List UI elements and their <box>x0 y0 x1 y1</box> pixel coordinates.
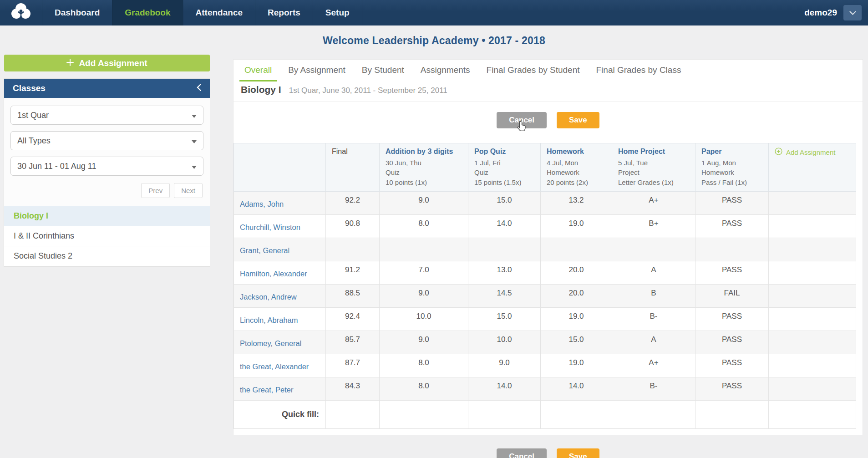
add-assignment-button[interactable]: Add Assignment <box>4 55 210 71</box>
quick-fill-cell[interactable] <box>326 400 380 428</box>
nav-item-setup[interactable]: Setup <box>313 0 362 25</box>
assignment-title-link[interactable]: Paper <box>701 148 762 156</box>
student-name-cell: Hamilton, Alexander <box>234 261 326 284</box>
add-assignment-link[interactable]: Add Assignment <box>775 148 850 157</box>
assignment-date: 1 Aug, Mon <box>701 158 762 168</box>
tab-by-assignment[interactable]: By Assignment <box>283 60 350 81</box>
student-name-link[interactable]: Adams, John <box>240 200 284 208</box>
grade-cell[interactable]: 8.0 <box>380 377 468 400</box>
grade-cell[interactable]: A+ <box>612 191 695 214</box>
student-name-link[interactable]: Churchill, Winston <box>240 223 300 231</box>
class-item-i-ii-corinthians[interactable]: I & II Corinthians <box>4 226 210 246</box>
tab-assignments[interactable]: Assignments <box>416 60 475 81</box>
grade-cell[interactable] <box>612 238 695 261</box>
quick-fill-cell[interactable] <box>612 400 695 428</box>
grade-cell[interactable]: 19.0 <box>541 354 612 377</box>
quick-fill-cell[interactable] <box>695 400 769 428</box>
type-select[interactable]: All Types <box>10 131 203 150</box>
class-item-biology-i[interactable]: Biology I <box>4 206 210 226</box>
chevron-left-icon <box>197 83 201 93</box>
assignment-title-link[interactable]: Addition by 3 digits <box>386 148 462 156</box>
quick-fill-cell[interactable] <box>380 400 468 428</box>
assignment-title-link[interactable]: Pop Quiz <box>474 148 534 156</box>
nav-item-dashboard[interactable]: Dashboard <box>42 0 112 25</box>
grade-cell[interactable] <box>695 238 769 261</box>
grade-cell[interactable]: A <box>612 331 695 354</box>
save-button[interactable]: Save <box>557 112 599 128</box>
grade-cell[interactable]: B <box>612 284 695 307</box>
grade-cell[interactable]: 19.0 <box>541 214 612 238</box>
tab-final-grades-by-student[interactable]: Final Grades by Student <box>482 60 585 81</box>
grade-cell[interactable]: 15.0 <box>468 307 541 331</box>
collapse-sidebar-button[interactable] <box>197 83 201 93</box>
nav-item-gradebook[interactable]: Gradebook <box>112 0 183 25</box>
assignment-title-link[interactable]: Homework <box>547 148 606 156</box>
tab-final-grades-by-class[interactable]: Final Grades by Class <box>591 60 686 81</box>
sycamore-cloud-logo[interactable] <box>0 0 42 25</box>
prev-button[interactable]: Prev <box>141 183 170 198</box>
grade-cell[interactable]: 8.0 <box>380 214 468 238</box>
grade-cell[interactable]: 15.0 <box>468 191 541 214</box>
date-range-select[interactable]: 30 Jun 11 - 01 Aug 11 <box>10 157 203 176</box>
assignment-title-link[interactable]: Home Project <box>618 148 689 156</box>
cancel-button[interactable]: Cancel <box>497 112 547 128</box>
grade-cell[interactable]: PASS <box>695 354 769 377</box>
add-assignment-label: Add Assignment <box>79 58 147 68</box>
grade-cell[interactable]: 19.0 <box>541 307 612 331</box>
grade-cell[interactable]: FAIL <box>695 284 769 307</box>
grade-cell[interactable]: 9.0 <box>468 354 541 377</box>
grade-cell[interactable]: 13.0 <box>468 261 541 284</box>
student-name-link[interactable]: Lincoln, Abraham <box>240 316 298 324</box>
grade-cell[interactable]: 9.0 <box>380 191 468 214</box>
grade-cell[interactable] <box>468 238 541 261</box>
quick-fill-cell[interactable] <box>541 400 612 428</box>
grade-cell[interactable]: 20.0 <box>541 284 612 307</box>
assignment-column-header-addition-by-3-digits: Addition by 3 digits30 Jun, ThuQuiz10 po… <box>380 143 468 192</box>
quarter-select[interactable]: 1st Quar <box>10 106 203 125</box>
grade-cell[interactable]: 10.0 <box>380 307 468 331</box>
student-name-link[interactable]: the Great, Alexander <box>240 362 309 371</box>
tab-overall[interactable]: Overall <box>239 60 277 81</box>
empty-trailing-cell <box>769 377 856 400</box>
grade-cell[interactable]: PASS <box>695 214 769 238</box>
grade-cell[interactable]: 14.5 <box>468 284 541 307</box>
user-menu-button[interactable] <box>843 5 862 20</box>
grade-cell[interactable]: A <box>612 261 695 284</box>
grade-cell[interactable]: 14.0 <box>541 377 612 400</box>
grade-cell[interactable]: 14.0 <box>468 214 541 238</box>
tab-by-student[interactable]: By Student <box>357 60 409 81</box>
nav-item-attendance[interactable]: Attendance <box>183 0 255 25</box>
grade-cell[interactable] <box>541 238 612 261</box>
grade-cell[interactable]: B+ <box>612 214 695 238</box>
grade-cell[interactable]: 8.0 <box>380 354 468 377</box>
username-label[interactable]: demo29 <box>804 0 843 25</box>
grade-cell[interactable]: A+ <box>612 354 695 377</box>
grade-cell[interactable]: 10.0 <box>468 331 541 354</box>
grade-cell[interactable]: PASS <box>695 377 769 400</box>
grade-cell[interactable]: 9.0 <box>380 284 468 307</box>
nav-item-reports[interactable]: Reports <box>255 0 313 25</box>
grade-cell[interactable]: 15.0 <box>541 331 612 354</box>
student-name-link[interactable]: Hamilton, Alexander <box>240 270 307 278</box>
student-name-link[interactable]: the Great, Peter <box>240 386 293 394</box>
save-button-bottom[interactable]: Save <box>557 448 599 458</box>
grade-cell[interactable]: B- <box>612 307 695 331</box>
grade-cell[interactable]: 20.0 <box>541 261 612 284</box>
grade-cell[interactable]: PASS <box>695 261 769 284</box>
grade-cell[interactable]: PASS <box>695 331 769 354</box>
cancel-button-bottom[interactable]: Cancel <box>497 448 547 458</box>
grade-cell[interactable]: 14.0 <box>468 377 541 400</box>
grade-cell[interactable]: 9.0 <box>380 331 468 354</box>
student-name-link[interactable]: Grant, General <box>240 246 289 254</box>
class-item-social-studies-2[interactable]: Social Studies 2 <box>4 246 210 266</box>
grade-cell[interactable]: PASS <box>695 191 769 214</box>
grade-cell[interactable]: 7.0 <box>380 261 468 284</box>
next-button[interactable]: Next <box>174 183 203 198</box>
grade-cell[interactable]: B- <box>612 377 695 400</box>
student-name-link[interactable]: Jackson, Andrew <box>240 293 297 301</box>
student-name-link[interactable]: Ptolomey, General <box>240 339 301 347</box>
grade-cell[interactable]: PASS <box>695 307 769 331</box>
grade-cell[interactable] <box>380 238 468 261</box>
quick-fill-cell[interactable] <box>468 400 541 428</box>
grade-cell[interactable]: 13.2 <box>541 191 612 214</box>
